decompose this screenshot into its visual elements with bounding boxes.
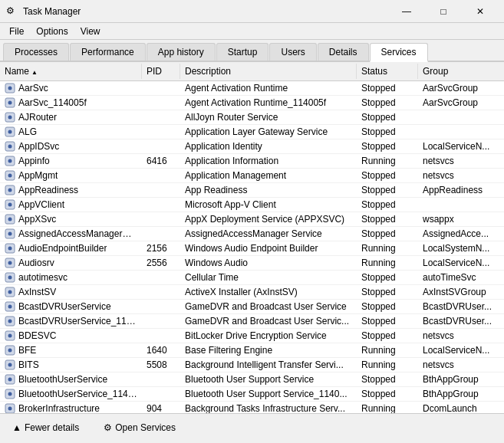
col-header-pid[interactable]: PID [142,64,180,79]
table-row[interactable]: AarSvc_114005fAgent Activation Runtime_1… [0,96,504,110]
cell-name: AarSvc [0,81,142,95]
table-row[interactable]: autotimesvcCellular TimeStoppedautoTimeS… [0,271,504,285]
table-row[interactable]: AssignedAccessManagerSvcAssignedAccessMa… [0,227,504,241]
service-name-text: AudioEndpointBuilder [18,243,107,254]
cell-description: Agent Activation Runtime_114005f [180,96,357,110]
table-row[interactable]: AppXSvcAppX Deployment Service (APPXSVC)… [0,212,504,227]
cell-name: ALG [0,125,142,139]
table-row[interactable]: AppVClientMicrosoft App-V ClientStopped [0,198,504,212]
cell-status: Stopped [357,227,418,241]
cell-status: Running [357,402,418,413]
table-row[interactable]: AJRouterAllJoyn Router ServiceStopped [0,110,504,125]
table-row[interactable]: BrokerInfrastructure904Background Tasks … [0,402,504,413]
sort-arrow-icon: ▲ [31,69,38,76]
cell-group: netsvcs [418,154,504,168]
cell-description: Application Identity [180,139,357,153]
svg-point-17 [8,203,12,207]
service-icon [5,258,15,268]
menu-item-options[interactable]: Options [30,25,74,38]
tab-services[interactable]: Services [370,43,428,62]
svg-point-21 [8,232,12,236]
table-row[interactable]: AxInstSVActiveX Installer (AxInstSV)Stop… [0,285,504,300]
cell-pid [142,387,180,401]
table-row[interactable]: BluetoothUserService_1140...Bluetooth Us… [0,387,504,402]
svg-point-23 [8,247,12,251]
col-header-description[interactable]: Description [180,64,357,79]
table-row[interactable]: BluetoothUserServiceBluetooth User Suppo… [0,372,504,387]
svg-point-37 [8,349,12,353]
service-name-text: AppMgmt [18,170,58,181]
tab-startup[interactable]: Startup [216,43,269,61]
table-row[interactable]: AudioEndpointBuilder2156Windows Audio En… [0,241,504,256]
tab-users[interactable]: Users [269,43,316,61]
table-row[interactable]: ALGApplication Layer Gateway ServiceStop… [0,125,504,139]
table-row[interactable]: AarSvcAgent Activation RuntimeStoppedAar… [0,81,504,96]
cell-status: Stopped [357,169,418,182]
service-name-text: AssignedAccessManagerSvc [18,228,137,239]
service-name-text: BITS [18,359,39,370]
cell-pid [142,96,180,110]
tab-performance[interactable]: Performance [70,43,146,61]
cell-name: autotimesvc [0,271,142,284]
tab-apphistory[interactable]: App history [147,43,216,61]
cell-pid [142,329,180,343]
cell-status: Running [357,256,418,270]
svg-point-5 [8,116,12,120]
cell-group: autoTimeSvc [418,271,504,284]
col-header-name[interactable]: Name▲ [0,64,142,79]
cell-description: Microsoft App-V Client [180,198,357,212]
service-icon [5,330,15,341]
table-row[interactable]: BcastDVRUserServiceGameDVR and Broadcast… [0,300,504,314]
svg-point-11 [8,159,12,163]
table-row[interactable]: BcastDVRUserService_11400...GameDVR and … [0,314,504,329]
menu-bar: FileOptionsView [0,23,504,40]
svg-point-45 [8,407,12,411]
service-icon [5,156,15,166]
table-row[interactable]: AppIDSvcApplication IdentityStoppedLocal… [0,139,504,154]
service-icon [5,185,15,195]
service-name-text: BcastDVRUserService_11400... [18,316,137,327]
table-row[interactable]: AppMgmtApplication ManagementStoppednets… [0,169,504,183]
cell-description: ActiveX Installer (AxInstSV) [180,285,357,299]
cell-pid [142,227,180,241]
table-row[interactable]: AppReadinessApp ReadinessStoppedAppReadi… [0,183,504,198]
menu-item-view[interactable]: View [74,25,107,38]
cell-group: netsvcs [418,358,504,372]
menu-item-file[interactable]: File [3,25,30,38]
minimize-button[interactable]: — [389,0,424,23]
maximize-button[interactable]: □ [426,0,461,23]
cell-status: Stopped [357,212,418,226]
tab-details[interactable]: Details [318,43,369,61]
cell-status: Running [357,154,418,168]
cell-group: BcastDVRUser... [418,300,504,313]
cell-pid: 5508 [142,358,180,372]
service-name-text: Appinfo [18,156,50,166]
cell-description: Application Layer Gateway Service [180,125,357,139]
open-services-button[interactable]: ⚙ Open Services [97,419,182,436]
cell-description: Application Management [180,169,357,182]
svg-point-35 [8,334,12,338]
cell-name: BcastDVRUserService_11400... [0,314,142,328]
cell-description: BitLocker Drive Encryption Service [180,329,357,343]
cell-name: AJRouter [0,110,142,124]
cell-group [418,198,504,212]
cell-description: GameDVR and Broadcast User Service [180,300,357,313]
service-name-text: BcastDVRUserService [18,301,111,312]
fewer-details-button[interactable]: ▲ Fewer details [6,419,85,436]
table-row[interactable]: BITS5508Background Intelligent Transfer … [0,358,504,372]
cell-description: Application Information [180,154,357,168]
table-row[interactable]: Audiosrv2556Windows AudioRunningLocalSer… [0,256,504,271]
table-row[interactable]: BFE1640Base Filtering EngineRunningLocal… [0,343,504,358]
close-button[interactable]: ✕ [463,0,498,23]
cell-pid [142,198,180,212]
cell-pid [142,110,180,124]
cell-status: Stopped [357,314,418,328]
table-row[interactable]: BDESVCBitLocker Drive Encryption Service… [0,329,504,343]
table-row[interactable]: Appinfo6416Application InformationRunnin… [0,154,504,169]
cell-pid: 904 [142,402,180,413]
tab-processes[interactable]: Processes [3,43,69,61]
table-body[interactable]: AarSvcAgent Activation RuntimeStoppedAar… [0,81,504,413]
col-header-group[interactable]: Group [418,64,504,79]
col-header-status[interactable]: Status [357,64,418,79]
cell-description: Windows Audio [180,256,357,270]
